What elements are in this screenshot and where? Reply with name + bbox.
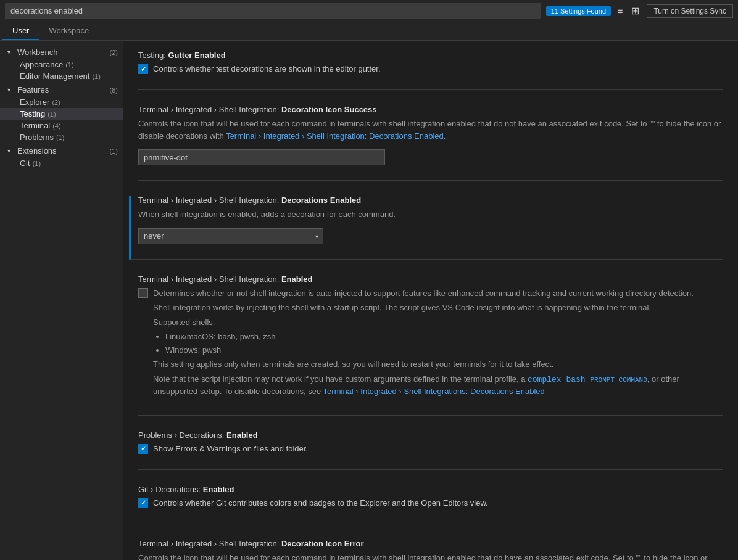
checkbox-row-testing-gutter: Controls whether test decorations are sh… <box>138 64 723 75</box>
sidebar-item-label-testing: Testing <box>20 109 45 118</box>
setting-decoration-icon-error: Terminal › Integrated › Shell Integratio… <box>138 539 723 560</box>
setting-testing-gutter-enabled: Testing: Gutter Enabled Controls whether… <box>138 51 723 90</box>
checkbox-shell-integration[interactable] <box>138 288 148 298</box>
link-complex-bash[interactable]: complex bash PROMPT_COMMAND <box>528 374 647 384</box>
search-input[interactable] <box>5 3 541 19</box>
settings-found-badge: 11 Settings Found <box>546 6 611 16</box>
setting-name-shell-int: Enabled <box>281 274 313 284</box>
checkbox-label-git: Controls whether Git contributes colors … <box>153 498 488 509</box>
sidebar-group-header-workbench[interactable]: ▾ Workbench (2) <box>0 46 123 59</box>
sidebar-item-count-problems: (1) <box>56 134 64 141</box>
sidebar-item-count-editor-management: (1) <box>92 73 100 80</box>
setting-desc-deco-enabled: When shell integration is enabled, adds … <box>138 208 723 221</box>
list-view-icon[interactable]: ≡ <box>615 4 625 18</box>
sidebar-item-editor-management[interactable]: Editor Management (1) <box>0 70 123 82</box>
setting-decorations-enabled: Terminal › Integrated › Shell Integratio… <box>129 196 723 260</box>
sidebar-item-label-terminal: Terminal <box>20 121 50 130</box>
sidebar-group-workbench: ▾ Workbench (2) Appearance (1) Editor Ma… <box>0 46 123 82</box>
setting-name-git: Enabled <box>203 485 234 494</box>
checkbox-label-problems: Show Errors & Warnings on files and fold… <box>153 443 308 455</box>
setting-category-git: Git › Decorations: <box>138 485 203 494</box>
setting-category-problems: Problems › Decorations: <box>138 430 226 440</box>
sidebar-group-count-features: (8) <box>110 86 118 94</box>
checkbox-git-deco[interactable] <box>138 498 148 508</box>
desc-shell-linux: Linux/macOS: bash, pwsh, zsh <box>165 331 723 343</box>
sidebar: ▾ Workbench (2) Appearance (1) Editor Ma… <box>0 41 123 560</box>
sidebar-item-count-git: (1) <box>33 160 41 167</box>
tab-user[interactable]: User <box>2 22 39 40</box>
chevron-down-icon-features: ▾ <box>7 86 17 93</box>
sidebar-item-count-terminal: (4) <box>52 122 60 130</box>
sidebar-group-label-extensions: Extensions <box>17 146 107 155</box>
setting-category-shell-int: Terminal › Integrated › Shell Integratio… <box>138 274 281 284</box>
top-bar-icons: ≡ ⊞ <box>615 4 642 18</box>
checkbox-label-testing-gutter: Controls whether test decorations are sh… <box>153 64 381 75</box>
sidebar-item-label-appearance: Appearance <box>20 60 63 69</box>
sidebar-item-label-problems: Problems <box>20 133 54 142</box>
desc-shell-windows: Windows: pwsh <box>165 344 723 356</box>
sidebar-group-count-workbench: (2) <box>110 49 118 56</box>
dropdown-wrapper-deco-enabled: never always gutter ▾ <box>138 228 323 244</box>
dropdown-deco-enabled[interactable]: never always gutter <box>138 228 323 244</box>
desc-p5: Note that the script injection may not w… <box>153 373 723 398</box>
setting-name-problems: Enabled <box>226 430 258 440</box>
sidebar-group-count-extensions: (1) <box>110 147 118 155</box>
setting-title-deco-icon-error: Terminal › Integrated › Shell Integratio… <box>138 539 723 548</box>
desc-p2: Shell integration works by injecting the… <box>153 302 723 314</box>
setting-desc-deco-success: Controls the icon that will be used for … <box>138 118 723 142</box>
input-decoration-icon-success[interactable] <box>138 149 385 165</box>
desc-p3: Supported shells: <box>153 316 723 329</box>
sidebar-item-explorer[interactable]: Explorer (2) <box>0 96 123 108</box>
desc-p1: Determines whether or not shell integrat… <box>153 287 723 300</box>
sidebar-item-terminal[interactable]: Terminal (4) <box>0 120 123 131</box>
sidebar-item-count-testing: (1) <box>48 110 56 118</box>
checkbox-problems-deco[interactable] <box>138 444 148 454</box>
desc-p4: This setting applies only when terminals… <box>153 358 723 371</box>
setting-name-deco-enabled: Decorations Enabled <box>281 196 361 205</box>
sidebar-group-header-extensions[interactable]: ▾ Extensions (1) <box>0 144 123 157</box>
setting-git-decorations-enabled: Git › Decorations: Enabled Controls whet… <box>138 485 723 524</box>
checkbox-testing-gutter[interactable] <box>138 64 148 74</box>
top-bar: 11 Settings Found ≡ ⊞ Turn on Settings S… <box>0 0 738 22</box>
sidebar-item-appearance[interactable]: Appearance (1) <box>0 59 123 70</box>
chevron-down-icon: ▾ <box>7 49 17 56</box>
setting-name-deco-error: Decoration Icon Error <box>281 539 364 548</box>
checkbox-row-git: Controls whether Git contributes colors … <box>138 498 723 509</box>
setting-shell-integration-enabled: Terminal › Integrated › Shell Integratio… <box>138 274 723 416</box>
filter-icon[interactable]: ⊞ <box>629 4 642 18</box>
setting-category-deco-enabled: Terminal › Integrated › Shell Integratio… <box>138 196 281 205</box>
setting-name: Gutter Enabled <box>168 51 225 60</box>
setting-decoration-icon-success: Terminal › Integrated › Shell Integratio… <box>138 105 723 181</box>
sidebar-item-testing[interactable]: Testing (1) <box>0 108 123 120</box>
tabs-bar: User Workspace <box>0 22 738 41</box>
sidebar-group-extensions: ▾ Extensions (1) Git (1) <box>0 144 123 169</box>
setting-title-decoration-icon-success: Terminal › Integrated › Shell Integratio… <box>138 105 723 114</box>
sidebar-group-label-features: Features <box>17 85 107 94</box>
setting-title-testing-gutter: Testing: Gutter Enabled <box>138 51 723 60</box>
sidebar-group-features: ▾ Features (8) Explorer (2) Testing (1) … <box>0 83 123 143</box>
chevron-down-icon-extensions: ▾ <box>7 147 17 154</box>
setting-problems-decorations-enabled: Problems › Decorations: Enabled Show Err… <box>138 430 723 470</box>
tab-workspace[interactable]: Workspace <box>39 22 99 40</box>
link-deco-enabled-success[interactable]: Terminal › Integrated › Shell Integratio… <box>226 131 444 141</box>
sidebar-item-count-explorer: (2) <box>52 99 60 106</box>
sidebar-item-count-appearance: (1) <box>65 61 73 68</box>
setting-desc-shell-int: Determines whether or not shell integrat… <box>153 287 723 400</box>
checkbox-row-problems: Show Errors & Warnings on files and fold… <box>138 443 723 455</box>
sidebar-item-label-explorer: Explorer <box>20 97 49 107</box>
sidebar-group-label-workbench: Workbench <box>17 47 107 57</box>
link-decorations-enabled-bottom[interactable]: Terminal › Integrated › Shell Integratio… <box>323 387 545 396</box>
setting-title-git-deco: Git › Decorations: Enabled <box>138 485 723 494</box>
sync-button[interactable]: Turn on Settings Sync <box>647 4 733 18</box>
sidebar-item-git[interactable]: Git (1) <box>0 157 123 169</box>
sidebar-group-header-features[interactable]: ▾ Features (8) <box>0 83 123 96</box>
sidebar-item-label-editor-management: Editor Management <box>20 72 89 81</box>
content-area: Testing: Gutter Enabled Controls whether… <box>123 41 738 560</box>
sidebar-item-problems[interactable]: Problems (1) <box>0 131 123 143</box>
setting-category-deco-success: Terminal › Integrated › Shell Integratio… <box>138 105 281 114</box>
setting-title-problems-deco: Problems › Decorations: Enabled <box>138 430 723 440</box>
sidebar-item-label-git: Git <box>20 159 30 168</box>
setting-category: Testing: <box>138 51 168 60</box>
setting-title-decorations-enabled: Terminal › Integrated › Shell Integratio… <box>138 196 723 205</box>
setting-title-shell-integration: Terminal › Integrated › Shell Integratio… <box>138 274 723 284</box>
